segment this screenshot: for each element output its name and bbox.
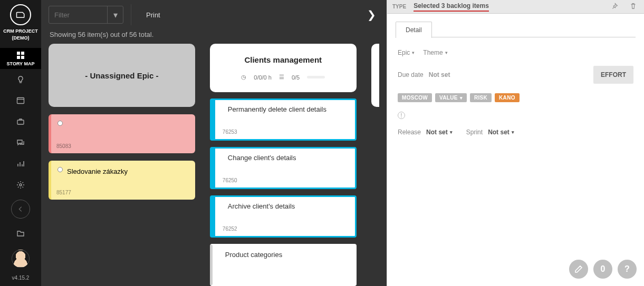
chevron-down-icon: ▾ [445, 50, 448, 55]
next-column-peek[interactable] [371, 44, 379, 107]
card-85177[interactable]: Sledovanie zákazky 85177 [49, 161, 195, 200]
story-id: 76252 [223, 226, 237, 232]
nav-settings[interactable] [0, 174, 41, 195]
release-dropdown[interactable]: Not set ▾ [426, 129, 453, 136]
help-fab[interactable]: ? [618, 260, 637, 279]
epic-count: 0/5 [292, 74, 300, 81]
project-sub: (DEMO) [12, 35, 30, 41]
svg-rect-0 [17, 52, 20, 55]
svg-rect-7 [17, 120, 24, 124]
warning-icon: ! [398, 112, 405, 119]
story-76252[interactable]: Archive client's details 76252 [210, 195, 357, 238]
card-id: 85083 [56, 143, 71, 149]
user-avatar[interactable] [12, 250, 30, 268]
story-76250[interactable]: Change client's details 76250 [210, 147, 357, 189]
print-button[interactable]: Print [139, 7, 168, 23]
status-dot [57, 121, 63, 126]
nav-ideas[interactable] [0, 69, 41, 90]
epic-unassigned-title: - Unassigned Epic - [85, 71, 158, 80]
detail-type-label: TYPE [392, 4, 406, 9]
svg-rect-3 [21, 56, 24, 59]
epic-time: 0/0/0 h [254, 74, 272, 81]
separator [131, 4, 131, 25]
clock-icon: ◷ [241, 74, 246, 81]
nav-browser[interactable] [0, 90, 41, 111]
app-version: v4.15.2 [12, 275, 30, 281]
project-logo[interactable] [10, 4, 31, 25]
card-title: Sledovanie zákazky [67, 167, 128, 176]
nav-chat[interactable] [0, 132, 41, 153]
filter-dropdown[interactable]: ▾ [107, 6, 123, 23]
card-id: 85177 [56, 190, 71, 195]
theme-dropdown[interactable]: Theme▾ [423, 49, 447, 56]
effort-button[interactable]: EFFORT [593, 66, 633, 84]
nav-folder[interactable] [0, 223, 41, 244]
story-76255[interactable]: Product categories [210, 244, 357, 286]
filter-box: ▾ [49, 6, 123, 24]
epic-dropdown[interactable]: Epic▾ [398, 49, 415, 56]
progress-bar [307, 76, 325, 78]
trash-icon[interactable] [628, 3, 639, 11]
sprint-label: Sprint [466, 129, 483, 136]
svg-point-12 [20, 184, 22, 186]
card-85083[interactable]: 85083 [49, 114, 195, 153]
story-id: 76253 [223, 129, 237, 135]
nav-story-map[interactable]: STORY MAP [0, 48, 41, 69]
expand-panel-button[interactable]: ❯ [364, 5, 379, 24]
chevron-down-icon: ▾ [460, 95, 463, 101]
svg-rect-1 [21, 52, 24, 55]
status-dot [57, 167, 63, 172]
pill-risk[interactable]: RISK [470, 93, 492, 102]
due-date-label: Due date [398, 71, 424, 78]
list-icon: ☰ [279, 74, 284, 81]
epic-clients-title: Clients management [244, 55, 322, 64]
chevron-down-icon: ▾ [512, 130, 514, 135]
release-label: Release [398, 129, 421, 136]
due-date-value[interactable]: Not set [429, 71, 450, 78]
nav-reports[interactable] [0, 153, 41, 174]
story-76253[interactable]: Permanently delete client details 76253 [210, 98, 357, 141]
tab-detail[interactable]: Detail [396, 22, 432, 38]
nav-briefcase[interactable] [0, 111, 41, 132]
detail-selection-text: Selected 3 backlog items [414, 2, 489, 12]
pill-kano[interactable]: KANO [495, 93, 520, 102]
nav-story-map-label: STORY MAP [7, 61, 35, 66]
pin-icon[interactable] [609, 3, 620, 11]
story-title: Archive client's details [228, 202, 295, 210]
filter-input[interactable] [49, 6, 107, 23]
count-fab[interactable]: 0 [593, 260, 612, 279]
nav-collapse-button[interactable] [11, 200, 30, 219]
story-id: 76250 [223, 177, 237, 183]
story-title: Permanently delete client details [228, 105, 326, 113]
chevron-down-icon: ▾ [450, 130, 453, 135]
results-count: Showing 56 item(s) out of 56 total. [41, 29, 387, 44]
epic-clients-header[interactable]: Clients management ◷ 0/0/0 h ☰ 0/5 [210, 44, 357, 92]
project-name: CRM PROJECT [3, 28, 38, 34]
edit-fab[interactable] [569, 260, 588, 279]
sprint-dropdown[interactable]: Not set ▾ [488, 129, 514, 136]
story-title: Change client's details [228, 154, 296, 162]
story-title: Product categories [225, 251, 282, 259]
svg-rect-2 [17, 56, 20, 59]
pill-moscow[interactable]: MOSCOW [398, 93, 432, 102]
pill-value[interactable]: VALUE▾ [435, 93, 467, 102]
chevron-down-icon: ▾ [412, 50, 415, 55]
svg-rect-5 [17, 98, 24, 104]
epic-unassigned-header[interactable]: - Unassigned Epic - [49, 44, 195, 107]
